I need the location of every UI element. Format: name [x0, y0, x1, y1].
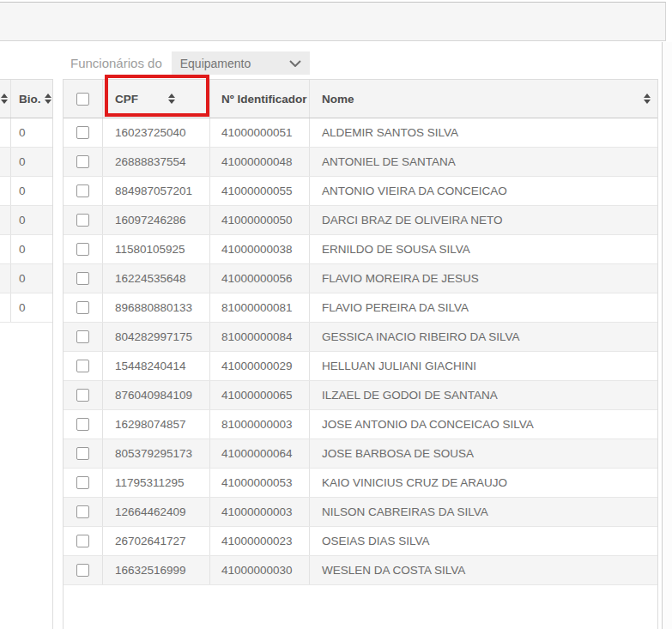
employee-row: 80537929517341000000064JOSE BARBOSA DE S… [64, 439, 657, 469]
checkbox-cell [64, 323, 103, 351]
name-cell: KAIO VINICIUS CRUZ DE ARAUJO [310, 469, 657, 497]
cpf-column-header[interactable]: CPF [103, 80, 210, 118]
cpf-cell: 11795311295 [103, 469, 210, 497]
left-cut-cell [0, 264, 11, 293]
cpf-cell: 876040984109 [103, 381, 210, 409]
select-all-header-cell [64, 80, 103, 118]
name-cell: ALDEMIR SANTOS SILVA [310, 118, 657, 147]
identifier-cell: 41000000023 [210, 527, 310, 555]
bio-count-cell: 0 [11, 118, 52, 147]
checkbox-cell [64, 352, 103, 380]
employee-row: 80428299717581000000084GESSICA INACIO RI… [64, 323, 657, 352]
row-checkbox[interactable] [76, 360, 89, 372]
row-checkbox[interactable] [76, 535, 89, 547]
checkbox-cell [64, 177, 103, 205]
identifier-cell: 41000000050 [210, 206, 310, 234]
filter-label: Funcionários do [70, 56, 162, 70]
name-column-header[interactable]: Nome [310, 80, 657, 118]
identifier-column-header[interactable]: Nº Identificador [210, 80, 310, 118]
left-panel-row: 0 [0, 148, 52, 177]
employee-row: 2688883755441000000048ANTONIEL DE SANTAN… [64, 148, 657, 177]
checkbox-cell [64, 439, 103, 468]
left-panel-header: Bio. [0, 80, 52, 118]
employee-row: 1622453564841000000056FLAVIO MOREIRA DE … [64, 264, 657, 293]
sort-icon [45, 94, 51, 104]
row-checkbox[interactable] [76, 243, 89, 256]
bio-column-header[interactable]: Bio. [11, 80, 52, 118]
checkbox-cell [64, 410, 103, 438]
identifier-cell: 41000000053 [210, 469, 310, 497]
employee-row: 1158010592541000000038ERNILDO DE SOUSA S… [64, 235, 657, 264]
cpf-cell: 16097246286 [103, 206, 210, 234]
checkbox-cell [64, 556, 103, 584]
row-checkbox[interactable] [76, 301, 89, 314]
row-checkbox[interactable] [76, 389, 89, 402]
left-cut-cell [0, 293, 11, 322]
name-cell: ILZAEL DE GODOI DE SANTANA [310, 381, 657, 409]
row-checkbox[interactable] [76, 476, 89, 489]
row-checkbox[interactable] [76, 272, 89, 285]
left-cut-cell [0, 206, 11, 234]
scrollbar-track[interactable] [662, 42, 672, 629]
checkbox-cell [64, 264, 103, 293]
employee-row: 1663251699941000000030WESLEN DA COSTA SI… [64, 556, 657, 585]
cpf-cell: 16023725040 [103, 118, 210, 147]
sort-icon [1, 94, 8, 104]
checkbox-cell [64, 498, 103, 526]
identifier-cell: 41000000030 [210, 556, 310, 584]
left-panel-row: 0 [0, 118, 52, 148]
row-checkbox[interactable] [76, 505, 89, 518]
equipment-select[interactable]: Equipamento [172, 51, 310, 75]
name-cell: ANTONIEL DE SANTANA [310, 148, 657, 176]
row-checkbox[interactable] [76, 184, 89, 197]
name-cell: ANTONIO VIEIRA DA CONCEICAO [310, 177, 657, 205]
left-panel-row: 0 [0, 293, 52, 323]
row-checkbox[interactable] [76, 447, 89, 460]
cpf-cell: 12664462409 [103, 498, 210, 526]
employee-row: 89688088013381000000081FLAVIO PEREIRA DA… [64, 293, 657, 323]
equipment-select-value: Equipamento [180, 57, 289, 70]
name-cell: DARCI BRAZ DE OLIVEIRA NETO [310, 206, 657, 234]
name-cell: WESLEN DA COSTA SILVA [310, 556, 657, 584]
left-panel-row: 0 [0, 177, 52, 206]
sort-icon [168, 94, 175, 104]
left-summary-panel: Bio. 0000000 [0, 79, 53, 629]
row-checkbox[interactable] [76, 564, 89, 577]
name-cell: NILSON CABREIRAS DA SILVA [310, 498, 657, 526]
checkbox-cell [64, 148, 103, 176]
row-checkbox[interactable] [76, 418, 89, 431]
name-cell: FLAVIO MOREIRA DE JESUS [310, 264, 657, 293]
employee-table-header: CPF Nº Identificador Nome [64, 80, 657, 118]
checkbox-cell [64, 118, 103, 147]
cpf-cell: 884987057201 [103, 177, 210, 205]
top-toolbar-band [0, 2, 666, 41]
identifier-cell: 41000000056 [210, 264, 310, 293]
cpf-cell: 896880880133 [103, 293, 210, 322]
checkbox-cell [64, 206, 103, 234]
employee-row: 1179531129541000000053KAIO VINICIUS CRUZ… [64, 469, 657, 498]
name-cell: JOSE BARBOSA DE SOUSA [310, 439, 657, 468]
left-cut-cell [0, 235, 11, 263]
name-cell: FLAVIO PEREIRA DA SILVA [310, 293, 657, 322]
employee-row: 2670264172741000000023OSEIAS DIAS SILVA [64, 527, 657, 556]
identifier-cell: 41000000064 [210, 439, 310, 468]
row-checkbox[interactable] [76, 126, 89, 139]
row-checkbox[interactable] [76, 214, 89, 227]
bio-count-cell: 0 [11, 206, 52, 234]
bio-count-cell: 0 [11, 148, 52, 176]
bio-count-cell: 0 [11, 235, 52, 263]
left-cut-cell [0, 118, 11, 147]
name-cell: ERNILDO DE SOUSA SILVA [310, 235, 657, 263]
cpf-cell: 16298074857 [103, 410, 210, 438]
left-cut-column-header[interactable] [0, 80, 11, 118]
name-cell: HELLUAN JULIANI GIACHINI [310, 352, 657, 380]
row-checkbox[interactable] [76, 330, 89, 343]
checkbox-cell [64, 469, 103, 497]
cpf-cell: 26702641727 [103, 527, 210, 555]
cpf-cell: 11580105925 [103, 235, 210, 263]
select-all-checkbox[interactable] [76, 93, 89, 106]
name-cell: GESSICA INACIO RIBEIRO DA SILVA [310, 323, 657, 351]
chevron-down-icon [289, 60, 301, 67]
checkbox-cell [64, 381, 103, 409]
row-checkbox[interactable] [76, 155, 89, 168]
